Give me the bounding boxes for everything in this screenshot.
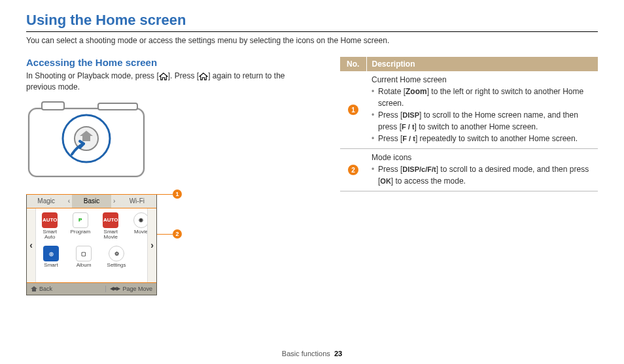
mode-settings: ⚙Settings <box>105 246 128 269</box>
footer-page: 23 <box>334 350 342 357</box>
th-desc: Description <box>366 57 598 71</box>
home-icon <box>159 73 168 80</box>
mode-smart-auto: AUTOSmart Auto <box>39 212 61 241</box>
tab-bar: Magic ‹ Basic › Wi-Fi <box>27 195 156 208</box>
bottom-bar: Back ◀■▶Page Move <box>27 283 156 295</box>
mode-label: Smart Movie <box>100 229 122 241</box>
access-mid: ]. Press [ <box>168 71 199 80</box>
home-screen-mockup: 1 2 Magic ‹ Basic › Wi-Fi ‹ › AUTOSmart … <box>26 194 157 295</box>
row-2-desc: Mode icons Press [DISP/c/F/t] to scroll … <box>366 149 598 191</box>
tab-basic: Basic <box>72 195 111 208</box>
bullet: Press [F / t] repeatedly to switch to an… <box>372 133 593 144</box>
pagemove-label: Page Move <box>122 286 152 292</box>
svg-rect-2 <box>42 102 64 110</box>
bottom-pagemove: ◀■▶Page Move <box>105 286 156 292</box>
row-title: Current Home screen <box>372 75 593 84</box>
bottom-back: Back <box>27 286 56 292</box>
mode-label: Smart <box>44 263 58 269</box>
callout-badge-2: 2 <box>173 229 182 239</box>
mode-label: Program <box>70 229 90 235</box>
callout-line-1 <box>26 194 177 195</box>
row-title: Mode icons <box>372 153 593 162</box>
mode-label: Settings <box>107 263 126 269</box>
home-icon <box>31 286 37 291</box>
mode-icon-grid: ‹ › AUTOSmart Auto PProgram AUTOSmart Mo… <box>27 208 156 283</box>
bullet: Press [DISP/c/F/t] to scroll to a desire… <box>372 163 593 187</box>
auto-icon: AUTO <box>42 212 58 228</box>
chevron-left-icon: ‹ <box>65 195 72 208</box>
footer-section: Basic functions <box>282 350 330 357</box>
chevron-right-icon: › <box>111 195 118 208</box>
auto-icon: AUTO <box>103 212 118 228</box>
row-1-desc: Current Home screen Rotate [Zoom] to the… <box>366 71 598 149</box>
mode-smart-movie: AUTOSmart Movie <box>100 212 122 241</box>
mode-label: Movie <box>134 229 148 235</box>
tab-magic: Magic <box>27 195 65 208</box>
title-rule <box>26 31 598 32</box>
th-no: No. <box>340 57 366 71</box>
svg-rect-3 <box>98 103 137 110</box>
row-badge-2: 2 <box>348 165 358 175</box>
nav-right-icon: › <box>147 208 156 282</box>
program-icon: P <box>73 212 88 228</box>
mode-label: Smart Auto <box>39 229 61 241</box>
intro-text: You can select a shooting mode or access… <box>26 36 598 45</box>
bullet: Rotate [Zoom] to the left or right to sw… <box>372 86 593 109</box>
mode-album: ▢Album <box>72 246 95 269</box>
access-pre: In Shooting or Playback mode, press [ <box>26 71 159 80</box>
mode-smart: ◎Smart <box>39 246 63 269</box>
callout-badge-1: 1 <box>173 190 182 199</box>
description-table: No. Description 1 Current Home screen Ro… <box>340 57 598 191</box>
album-icon: ▢ <box>76 246 92 261</box>
back-label: Back <box>39 286 52 292</box>
home-icon <box>199 73 208 80</box>
nav-left-icon: ‹ <box>27 208 36 282</box>
mode-label: Album <box>77 263 92 269</box>
gear-icon: ⚙ <box>109 246 124 261</box>
bullet: Press [DISP] to scroll to the Home scree… <box>372 109 593 133</box>
smart-icon: ◎ <box>43 246 59 261</box>
access-text: In Shooting or Playback mode, press []. … <box>26 71 314 93</box>
camera-illustration <box>26 99 314 186</box>
mode-program: PProgram <box>70 212 92 235</box>
page-footer: Basic functions 23 <box>0 350 624 357</box>
section-heading: Accessing the Home screen <box>26 57 314 68</box>
row-badge-1: 1 <box>348 105 358 115</box>
tab-wifi: Wi-Fi <box>118 195 156 208</box>
page-title: Using the Home screen <box>26 12 598 29</box>
